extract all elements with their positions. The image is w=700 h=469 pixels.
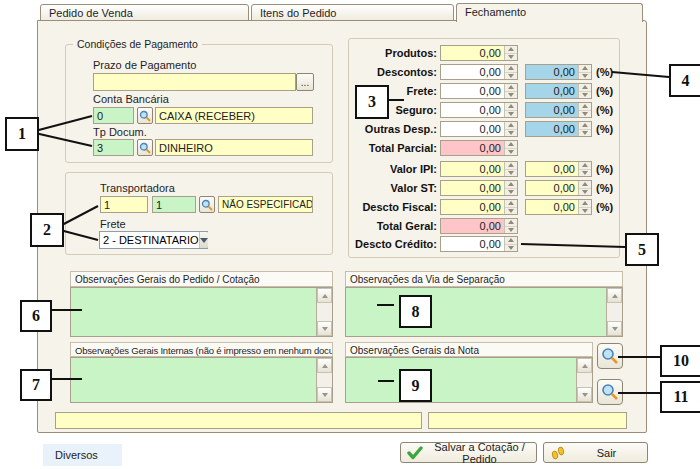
total-row-label: Descontos:	[337, 64, 437, 80]
spinner-up-down-icon[interactable]	[578, 162, 591, 176]
spinner-up-down-icon[interactable]	[578, 65, 591, 79]
scroll-up-icon[interactable]	[607, 288, 622, 303]
obs-search-button-1[interactable]	[597, 343, 623, 369]
conta-bancaria-search-button[interactable]	[137, 107, 153, 124]
total-value-field[interactable]: 0,00	[440, 180, 518, 196]
scroll-down-icon[interactable]	[317, 387, 332, 402]
obs-pedido-caption: Observações Gerais do Pedido / Cotação	[70, 271, 333, 287]
spinner-up-down-icon[interactable]	[504, 84, 517, 98]
search-icon	[139, 110, 151, 122]
conta-bancaria-code-field[interactable]: 0	[93, 107, 134, 124]
spinner-up-down-icon[interactable]	[578, 181, 591, 195]
tp-docum-desc-field[interactable]: DINHEIRO	[155, 139, 313, 156]
bottom-left-field[interactable]	[55, 412, 422, 429]
spinner-up-down-icon[interactable]	[578, 84, 591, 98]
scroll-down-icon[interactable]	[607, 321, 622, 336]
transportadora-search-button[interactable]	[199, 196, 215, 213]
tp-docum-search-button[interactable]	[137, 139, 153, 156]
total-value-field[interactable]: 0,00	[440, 83, 518, 99]
total-value-field[interactable]: 0,00	[440, 236, 518, 252]
total-value-field[interactable]: 0,00	[440, 102, 518, 118]
frete-combobox[interactable]: 2 - DESTINATARIO	[99, 231, 208, 249]
scroll-up-icon[interactable]	[577, 358, 592, 373]
obs-nota-textarea[interactable]	[345, 357, 593, 403]
transportadora-desc-field[interactable]: NÃO ESPECIFICADO	[218, 196, 313, 213]
total-percent-field[interactable]: 0,00	[525, 121, 592, 137]
total-percent-field[interactable]: 0,00	[525, 199, 592, 215]
total-value-field[interactable]: 0,00	[440, 45, 518, 61]
scroll-up-icon[interactable]	[317, 288, 332, 303]
obs-pedido-textarea[interactable]	[70, 287, 333, 337]
field-value: 0,00	[441, 122, 504, 136]
tab-pedido-de-venda[interactable]: Pedido de Venda	[40, 4, 249, 21]
footsteps-icon	[550, 445, 566, 461]
obs-internas-textarea[interactable]	[70, 357, 333, 403]
total-percent-field[interactable]: 0,00	[525, 161, 592, 177]
frete-selected-value: 2 - DESTINATARIO	[100, 232, 199, 248]
spinner-up-down-icon[interactable]	[504, 162, 517, 176]
scroll-up-icon[interactable]	[317, 358, 332, 373]
total-value-field[interactable]: 0,00	[440, 64, 518, 80]
scroll-down-icon[interactable]	[577, 387, 592, 402]
spinner-up-down-icon[interactable]	[504, 181, 517, 195]
tab-itens-do-pedido[interactable]: Itens do Pedido	[251, 4, 454, 21]
exit-button[interactable]: Sair	[543, 442, 648, 463]
tab-label: Fechamento	[465, 6, 526, 18]
total-row-label: Descto Crédito:	[337, 236, 437, 252]
percent-suffix-label: (%)	[596, 83, 613, 99]
prazo-lookup-ellipsis-button[interactable]: ...	[296, 73, 314, 91]
search-icon	[601, 383, 619, 401]
search-icon	[601, 347, 619, 365]
total-row-label: Valor IPI:	[337, 161, 437, 177]
field-value: 0,00	[526, 84, 578, 98]
total-percent-field[interactable]: 0,00	[525, 180, 592, 196]
scrollbar[interactable]	[316, 288, 332, 336]
spinner-up-down-icon[interactable]	[504, 46, 517, 60]
chevron-down-icon[interactable]	[199, 232, 208, 248]
total-value-field[interactable]: 0,00	[440, 121, 518, 137]
spinner-up-down-icon[interactable]	[504, 219, 517, 233]
callout-box-8: 8	[399, 295, 432, 328]
transportadora-lookup-field[interactable]: 1	[152, 196, 196, 213]
spinner-up-down-icon[interactable]	[504, 141, 517, 155]
spinner-up-down-icon[interactable]	[504, 65, 517, 79]
spinner-up-down-icon[interactable]	[504, 237, 517, 251]
total-value-field[interactable]: 0,00	[440, 199, 518, 215]
total-value-field[interactable]: 0,00	[440, 140, 518, 156]
field-value: 0,00	[441, 46, 504, 60]
spinner-up-down-icon[interactable]	[504, 200, 517, 214]
scrollbar[interactable]	[576, 358, 592, 402]
conta-bancaria-desc-field[interactable]: CAIXA (RECEBER)	[155, 107, 313, 124]
percent-suffix-label: (%)	[596, 180, 613, 196]
diversos-tab[interactable]: Diversos	[43, 444, 122, 466]
obs-separacao-textarea[interactable]	[345, 287, 623, 337]
spinner-up-down-icon[interactable]	[578, 200, 591, 214]
transportadora-code-field[interactable]: 1	[100, 196, 148, 213]
scroll-down-icon[interactable]	[317, 321, 332, 336]
spinner-up-down-icon[interactable]	[578, 103, 591, 117]
total-value-field[interactable]: 0,00	[440, 218, 518, 234]
field-value: 0,00	[526, 65, 578, 79]
field-value: 0,00	[441, 84, 504, 98]
field-value: 0,00	[441, 237, 504, 251]
bottom-right-field[interactable]	[428, 412, 627, 429]
total-percent-field[interactable]: 0,00	[525, 64, 592, 80]
obs-search-button-2[interactable]	[597, 379, 623, 405]
field-value: 0,00	[441, 162, 504, 176]
total-value-field[interactable]: 0,00	[440, 161, 518, 177]
spinner-up-down-icon[interactable]	[504, 103, 517, 117]
percent-suffix-label: (%)	[596, 102, 613, 118]
tab-fechamento[interactable]: Fechamento	[456, 3, 643, 22]
total-percent-field[interactable]: 0,00	[525, 83, 592, 99]
total-row-label: Total Geral:	[337, 218, 437, 234]
prazo-pagamento-field[interactable]	[93, 73, 296, 91]
tp-docum-label: Tp Docum.	[93, 126, 147, 138]
tp-docum-code-field[interactable]: 3	[93, 139, 134, 156]
spinner-up-down-icon[interactable]	[578, 122, 591, 136]
save-button[interactable]: Salvar a Cotação / Pedido	[400, 442, 537, 463]
spinner-up-down-icon[interactable]	[504, 122, 517, 136]
scrollbar[interactable]	[316, 358, 332, 402]
callout-box-1: 1	[5, 117, 39, 151]
total-percent-field[interactable]: 0,00	[525, 102, 592, 118]
scrollbar[interactable]	[606, 288, 622, 336]
